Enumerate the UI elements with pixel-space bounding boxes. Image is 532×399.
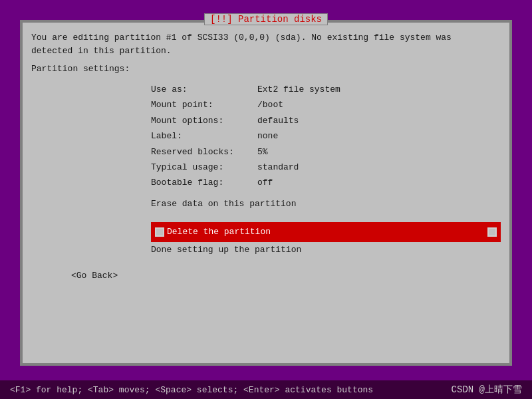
menu-item-done-setting[interactable]: Done setting up the partition — [151, 242, 501, 257]
setting-row: Reserved blocks:5% — [151, 144, 501, 160]
setting-row: Bootable flag:off — [151, 175, 501, 190]
info-line2: detected in this partition. — [31, 45, 501, 58]
dialog-title: [!!] Partition disks — [204, 13, 328, 25]
setting-value: none — [257, 128, 278, 144]
status-text: <F1> for help; <Tab> moves; <Space> sele… — [10, 385, 373, 395]
setting-row: Mount options:defaults — [151, 113, 501, 128]
watermark: CSDN @上晴下雪 — [452, 384, 522, 396]
go-back-button[interactable]: <Go Back> — [71, 271, 501, 281]
setting-key: Reserved blocks: — [151, 144, 257, 160]
menu-item-label: Delete the partition — [167, 224, 487, 239]
checkbox-start — [155, 227, 164, 237]
setting-value: 5% — [257, 144, 268, 160]
info-text: You are editing partition #1 of SCSI33 (… — [31, 31, 501, 57]
erase-data-item[interactable]: Erase data on this partition — [151, 196, 501, 211]
setting-value: defaults — [257, 113, 299, 128]
setting-value: standard — [257, 160, 299, 175]
setting-value: off — [257, 175, 273, 190]
setting-value: Ext2 file system — [257, 82, 340, 97]
setting-key: Label: — [151, 128, 257, 144]
setting-key: Mount options: — [151, 113, 257, 128]
checkbox-end — [487, 227, 497, 237]
setting-row: Typical usage:standard — [151, 160, 501, 175]
setting-key: Typical usage: — [151, 160, 257, 175]
setting-row: Use as:Ext2 file system — [151, 82, 501, 97]
dialog-container: [!!] Partition disks You are editing par… — [20, 20, 512, 366]
partition-settings-label: Partition settings: — [31, 64, 501, 74]
setting-row: Label:none — [151, 128, 501, 144]
setting-value: /boot — [257, 97, 283, 112]
info-line1: You are editing partition #1 of SCSI33 (… — [31, 31, 501, 45]
setting-key: Bootable flag: — [151, 175, 257, 190]
settings-table: Use as:Ext2 file systemMount point:/boot… — [151, 82, 501, 191]
menu-item-delete-partition[interactable]: Delete the partition — [151, 222, 501, 241]
content-area: You are editing partition #1 of SCSI33 (… — [31, 31, 501, 354]
status-bar: <F1> for help; <Tab> moves; <Space> sele… — [0, 380, 532, 399]
setting-key: Mount point: — [151, 97, 257, 112]
setting-row: Mount point:/boot — [151, 97, 501, 112]
menu-section: Delete the partitionDone setting up the … — [151, 222, 501, 257]
setting-key: Use as: — [151, 82, 257, 97]
